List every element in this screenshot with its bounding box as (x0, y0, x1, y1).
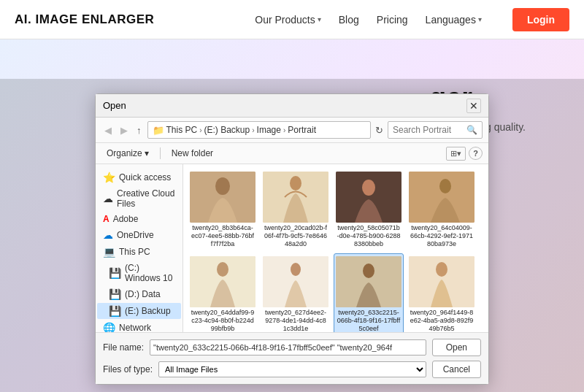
search-icon: 🔍 (466, 125, 477, 135)
computer-icon: 💻 (103, 246, 115, 258)
svg-point-13 (363, 264, 374, 278)
drive-icon: 💾 (109, 288, 121, 300)
file-thumbnail (263, 172, 328, 223)
svg-point-5 (362, 180, 375, 196)
filename-label: File name: (103, 342, 144, 353)
close-button[interactable]: ✕ (466, 99, 481, 113)
drive-icon: 💾 (109, 305, 121, 317)
view-button[interactable]: ⊞▾ (446, 147, 466, 161)
toolbar-separator (160, 147, 161, 159)
file-item[interactable]: twenty20_58c05071b-d0e-4785-b900-6288838… (334, 169, 404, 250)
chevron-down-icon: ▾ (318, 15, 321, 23)
nav-pricing[interactable]: Pricing (377, 14, 408, 26)
breadcrumb[interactable]: 📁 This PC › (E:) Backup › Image › Portra… (147, 121, 372, 139)
new-folder-button[interactable]: New folder (166, 146, 218, 161)
file-thumbnail (336, 172, 402, 223)
organize-button[interactable]: Organize ▾ (101, 146, 154, 161)
dialog-addressbar: ◀ ▶ ↑ 📁 This PC › (E:) Backup › Image › … (96, 118, 488, 143)
breadcrumb-thispc: This PC (166, 125, 198, 135)
file-thumbnail (336, 256, 402, 307)
file-item[interactable]: twenty20_627d4ee2-9278-4de1-94dd-4c81c3d… (261, 253, 331, 332)
file-item[interactable]: twenty20_8b3b64ca-ec07-4ee5-88bb-76bff7f… (188, 169, 258, 250)
toolbar-right: ⊞▾ ? (446, 147, 483, 161)
network-icon: 🌐 (103, 322, 115, 332)
filename-input[interactable] (150, 339, 426, 356)
file-name: twenty20_64c04009-66cb-4292-9ef2-197180b… (410, 224, 474, 247)
back-button[interactable]: ◀ (101, 123, 115, 137)
breadcrumb-sep3: › (283, 126, 285, 134)
file-thumbnail (263, 256, 328, 307)
dialog-overlay: Open ✕ ◀ ▶ ↑ 📁 This PC › (E:) Backup › I… (0, 79, 584, 392)
file-thumbnail (190, 172, 256, 223)
navbar: AI. IMAGE ENLARGER Our Products ▾ Blog P… (0, 0, 584, 39)
file-item[interactable]: twenty20_20cad02b-f06f-4f7b-9cf5-7e86464… (261, 169, 331, 250)
svg-point-1 (215, 177, 230, 195)
sidebar-item-network[interactable]: 🌐 Network (97, 320, 181, 332)
dialog-toolbar: Organize ▾ New folder ⊞▾ ? (96, 143, 488, 164)
nav-languages[interactable]: Languages ▾ (426, 14, 482, 26)
file-thumbnail (190, 256, 256, 307)
site-logo: AI. IMAGE ENLARGER (15, 12, 154, 27)
onedrive-icon: ☁ (103, 229, 113, 241)
file-item[interactable]: twenty20_964f1449-8e62-4ba5-a9d8-892f949… (407, 253, 477, 332)
file-item[interactable]: twenty20_64c04009-66cb-4292-9ef2-197180b… (407, 169, 477, 250)
file-item[interactable]: twenty20_64ddaf99-9c23-4c94-8b0f-b224d99… (188, 253, 258, 332)
search-input[interactable] (393, 125, 464, 135)
breadcrumb-sep2: › (252, 126, 254, 134)
file-item[interactable]: twenty20_633c2215-066b-4f18-9f16-17fbff5… (334, 253, 404, 332)
cancel-button[interactable]: Cancel (432, 361, 481, 378)
sidebar-item-backup[interactable]: 💾 (E:) Backup (97, 303, 181, 319)
svg-point-11 (291, 263, 301, 276)
star-icon: ⭐ (103, 172, 115, 183)
adobe-icon: A (103, 214, 110, 224)
dialog-content: ⭐ Quick access ☁ Creative Cloud Files A … (96, 164, 488, 332)
svg-point-3 (290, 176, 301, 191)
filetype-select[interactable]: All Image Files (158, 361, 426, 377)
forward-button[interactable]: ▶ (118, 123, 131, 137)
sidebar-item-windows[interactable]: 💾 (C:) Windows 10 (97, 261, 181, 285)
svg-point-15 (436, 262, 447, 277)
sidebar-item-data[interactable]: 💾 (D:) Data (97, 286, 181, 302)
sidebar-item-quickaccess[interactable]: ⭐ Quick access (97, 169, 181, 185)
svg-point-7 (439, 179, 451, 193)
file-name: twenty20_627d4ee2-9278-4de1-94dd-4c81c3d… (264, 309, 328, 332)
help-button[interactable]: ? (469, 147, 483, 160)
svg-point-9 (217, 262, 228, 277)
folder-icon: 📁 (153, 125, 164, 136)
login-button[interactable]: Login (512, 8, 569, 31)
file-name: twenty20_64ddaf99-9c23-4c94-8b0f-b224d99… (191, 309, 255, 332)
filename-row: File name: Open (103, 339, 481, 356)
breadcrumb-sep1: › (199, 126, 201, 134)
file-name: twenty20_58c05071b-d0e-4785-b900-6288838… (337, 224, 401, 247)
open-button[interactable]: Open (432, 339, 481, 356)
cloud-icon: ☁ (103, 193, 113, 204)
file-thumbnail (409, 256, 474, 307)
nav-our-products[interactable]: Our Products ▾ (255, 14, 320, 26)
sidebar-item-adobe[interactable]: A Adobe (97, 212, 181, 226)
breadcrumb-image: Image (257, 125, 281, 135)
chevron-down-icon: ▾ (478, 15, 482, 23)
sidebar-item-creative-cloud[interactable]: ☁ Creative Cloud Files (97, 186, 181, 211)
dialog-bottom: File name: Open Files of type: All Image… (96, 332, 488, 384)
filetype-row: Files of type: All Image Files Cancel (103, 361, 481, 378)
file-name: twenty20_8b3b64ca-ec07-4ee5-88bb-76bff7f… (191, 224, 255, 247)
breadcrumb-backup: (E:) Backup (204, 125, 250, 135)
filetype-label: Files of type: (103, 364, 153, 374)
sidebar-item-onedrive[interactable]: ☁ OneDrive (97, 227, 181, 243)
nav-links: Our Products ▾ Blog Pricing Languages ▾ … (255, 8, 569, 31)
main-background: ger without losing quality. By AI Here. … (0, 39, 584, 392)
dialog-titlebar: Open ✕ (96, 94, 488, 118)
breadcrumb-portrait: Portrait (288, 125, 316, 135)
file-thumbnail (409, 172, 474, 223)
search-bar[interactable]: 🔍 (388, 121, 483, 139)
open-file-dialog: Open ✕ ◀ ▶ ↑ 📁 This PC › (E:) Backup › I… (95, 93, 489, 385)
refresh-button[interactable]: ↻ (374, 123, 385, 137)
chevron-down-icon: ▾ (145, 148, 149, 158)
file-name: twenty20_633c2215-066b-4f18-9f16-17fbff5… (337, 309, 401, 332)
file-name: twenty20_964f1449-8e62-4ba5-a9d8-892f949… (410, 309, 474, 332)
up-button[interactable]: ↑ (134, 123, 145, 137)
nav-blog[interactable]: Blog (339, 14, 359, 26)
file-name: twenty20_20cad02b-f06f-4f7b-9cf5-7e86464… (264, 224, 328, 247)
dialog-files: twenty20_8b3b64ca-ec07-4ee5-88bb-76bff7f… (183, 164, 488, 332)
sidebar-item-thispc[interactable]: 💻 This PC (97, 244, 181, 260)
